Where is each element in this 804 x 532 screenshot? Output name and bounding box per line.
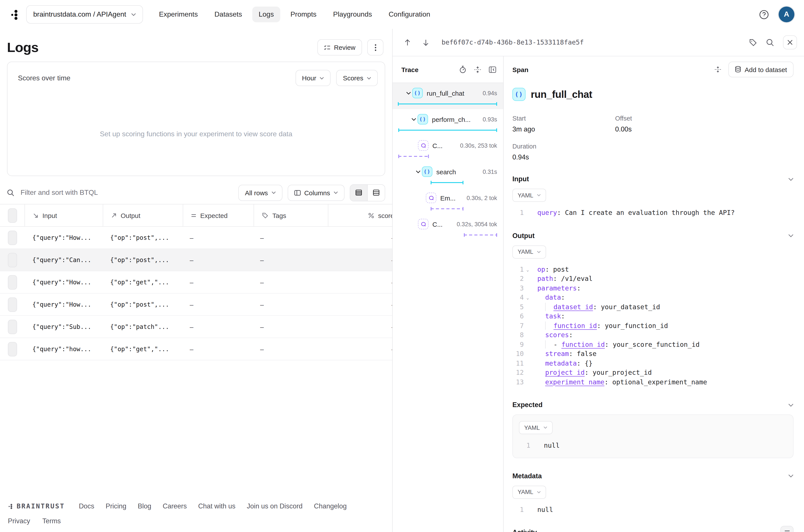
review-button[interactable]: Review [317,39,362,55]
footer-link-join-us-on-discord[interactable]: Join us on Discord [247,502,303,510]
rows-dropdown[interactable]: All rows [238,185,282,201]
btql-filter-input[interactable] [20,188,238,197]
metadata-format-dropdown[interactable]: YAML [512,486,546,499]
chevron-down-icon[interactable] [788,403,793,406]
chevron-down-icon[interactable] [410,118,418,121]
footer-link-terms[interactable]: Terms [42,517,61,525]
add-to-dataset-button[interactable]: Add to dataset [729,62,794,77]
table-row[interactable]: {"query":"How...{"op":"get","...––– [0,271,392,293]
code-content: data: [537,293,565,302]
footer-link-privacy[interactable]: Privacy [8,517,30,525]
yaml-key: function_id [561,340,605,348]
row-checkbox[interactable] [8,342,17,356]
code-line: 1null [519,441,787,451]
output-format-label: YAML [518,249,533,255]
column-header-input[interactable]: Input [24,204,103,226]
table-row[interactable]: {"query":"Sub...{"op":"patch"...––– [0,316,392,338]
output-code[interactable]: 1⌄op: post2path: /v1/eval3parameters:4⌄d… [512,265,793,387]
metric-dropdown[interactable]: Scores [336,70,378,86]
footer-link-changelog[interactable]: Changelog [314,502,347,510]
nav-tab-logs[interactable]: Logs [252,6,280,22]
chevron-down-icon[interactable] [415,170,422,173]
trace-tree-span[interactable]: ()search0.31s [392,162,503,188]
select-all-checkbox[interactable] [0,204,24,226]
previous-row-arrow-icon[interactable] [404,39,411,46]
tag-icon[interactable] [749,38,757,46]
footer-link-pricing[interactable]: Pricing [106,502,126,510]
yaml-value: {} [585,359,592,367]
nav-tab-playgrounds[interactable]: Playgrounds [327,6,379,22]
fold-chevron-icon[interactable]: ⌄ [524,265,532,274]
table-row[interactable]: {"query":"how...{"op":"get","...––– [0,338,392,360]
nav-tab-configuration[interactable]: Configuration [382,6,437,22]
trace-span-name: C... [432,142,456,149]
yaml-colon: : [557,209,565,217]
span-header-actions: Add to dataset [715,62,794,77]
column-header-tags[interactable]: Tags [254,204,328,226]
close-panel-button[interactable] [783,35,797,49]
column-header-scores[interactable]: scores [328,204,392,226]
function-span-icon: () [422,166,432,177]
trace-tree-span[interactable]: C...0.32s, 3054 tok [392,214,503,240]
column-header-output[interactable]: Output [103,204,183,226]
row-checkbox[interactable] [8,297,17,312]
row-checkbox[interactable] [8,230,17,245]
trace-tree-span[interactable]: Em...0.30s, 2 tok [392,188,503,214]
dense-rows-view-toggle[interactable] [350,185,367,201]
input-code[interactable]: 1query: Can I create an evaluation throu… [512,208,793,218]
fold-spacer [524,340,532,349]
nav-tab-experiments[interactable]: Experiments [152,6,204,22]
footer-link-chat-with-us[interactable]: Chat with us [198,502,235,510]
chevron-down-icon[interactable] [788,474,793,477]
chevron-down-icon[interactable] [405,92,412,95]
avatar[interactable]: A [779,6,794,22]
column-header-expected[interactable]: Expected [183,204,254,226]
collapse-rows-icon[interactable] [474,65,481,73]
line-number: 10 [512,349,524,359]
nav-tab-datasets[interactable]: Datasets [208,6,249,22]
column-header-label: Output [121,212,140,219]
braintrust-logo-icon[interactable] [10,9,20,20]
trace-span-name: perform_ch... [432,116,479,123]
row-checkbox[interactable] [8,253,17,267]
yaml-colon: : [561,293,565,301]
row-checkbox[interactable] [8,275,17,289]
table-row[interactable]: {"query":"How...{"op":"post",...––– [0,227,392,249]
input-format-dropdown[interactable]: YAML [512,189,546,202]
fold-chevron-icon[interactable]: ⌄ [524,293,532,302]
row-checkbox[interactable] [8,320,17,334]
indent-guide [545,340,553,348]
output-format-dropdown[interactable]: YAML [512,245,546,258]
chevron-down-icon[interactable] [788,234,793,237]
stopwatch-icon[interactable] [459,65,467,73]
collapse-sections-icon[interactable] [715,66,721,73]
output-cell: {"op":"post",... [102,234,182,241]
expected-format-dropdown[interactable]: YAML [519,421,553,434]
activity-list-button[interactable] [780,526,793,532]
trace-tree-span[interactable]: C...0.30s, 253 tok [392,135,503,162]
columns-dropdown[interactable]: Columns [288,185,345,201]
chevron-down-icon[interactable] [788,177,793,180]
interval-dropdown[interactable]: Hour [295,70,331,86]
nav-tab-prompts[interactable]: Prompts [284,6,323,22]
footer-link-blog[interactable]: Blog [138,502,151,510]
help-icon[interactable] [759,10,769,19]
next-row-arrow-icon[interactable] [422,39,429,46]
footer-link-docs[interactable]: Docs [79,502,94,510]
trace-span-name: Em... [440,194,463,202]
line-number: 7 [512,321,524,331]
project-selector[interactable]: braintrustdata.com / APIAgent [26,5,143,24]
metadata-code[interactable]: 1null [512,505,793,515]
yaml-colon: : [553,275,561,283]
search-icon[interactable] [766,38,774,46]
table-row[interactable]: {"query":"Can...{"op":"post",...––– [0,249,392,271]
trace-tree-span[interactable]: ()perform_ch...0.93s [392,109,503,135]
more-options-button[interactable] [367,39,383,55]
table-row[interactable]: {"query":"How...{"op":"post",...––– [0,293,392,316]
expected-code[interactable]: 1null [519,441,787,451]
split-rows-view-toggle[interactable] [367,185,385,201]
trace-tree-span[interactable]: ()run_full_chat0.94s [392,83,503,109]
checkbox-icon[interactable] [8,208,17,223]
footer-link-careers[interactable]: Careers [163,502,187,510]
collapse-panel-icon[interactable] [489,65,496,73]
